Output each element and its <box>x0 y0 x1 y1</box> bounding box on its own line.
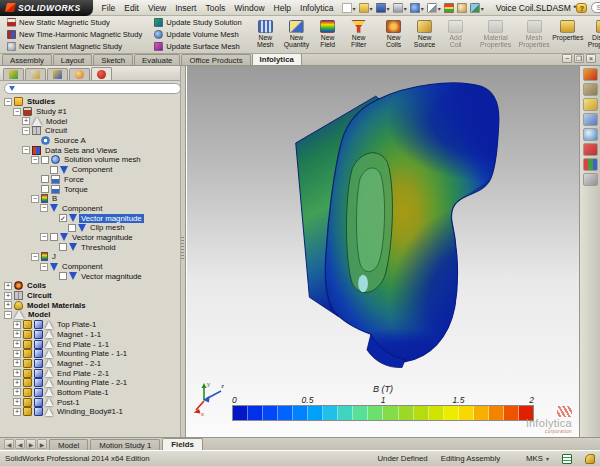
tree-item-coils[interactable]: Coils <box>2 281 179 291</box>
expander-plus-icon[interactable] <box>13 398 21 406</box>
menu-infolytica[interactable]: Infolytica <box>300 3 334 13</box>
toolbar-button-new-source[interactable]: New Source <box>409 17 440 52</box>
manager-tab-configurationmanager[interactable] <box>47 68 68 80</box>
tree-scrollbar[interactable] <box>180 66 185 437</box>
doc-close-button[interactable] <box>586 54 596 63</box>
tree-item-circuit[interactable]: Circuit <box>2 126 179 136</box>
scrollbar-grip[interactable] <box>181 237 184 259</box>
checkbox-checked[interactable] <box>59 214 67 222</box>
decals-icon[interactable] <box>583 143 598 156</box>
model-render[interactable] <box>245 68 567 380</box>
checkbox-unchecked[interactable] <box>50 233 58 241</box>
tree-item-component[interactable]: Component <box>2 204 179 214</box>
expander-minus-icon[interactable] <box>40 263 48 271</box>
help-balloon-icon[interactable] <box>576 3 587 13</box>
tab-sketch[interactable]: Sketch <box>93 54 133 65</box>
expander-plus-icon[interactable] <box>13 359 21 367</box>
doc-minimize-button[interactable] <box>562 54 572 63</box>
tree-item-model[interactable]: Model <box>2 116 179 126</box>
tree-item-component[interactable]: Component <box>2 165 179 175</box>
bottom-tab-model[interactable]: Model <box>49 439 88 450</box>
tab-scroll-last-button[interactable]: ▶ <box>37 439 47 449</box>
tab-infolytica[interactable]: Infolytica <box>252 53 302 65</box>
dropdown-caret-icon[interactable] <box>437 3 441 13</box>
appearances-icon[interactable] <box>583 128 598 141</box>
tab-layout[interactable]: Layout <box>53 54 92 65</box>
tree-item-component[interactable]: Component <box>2 262 179 272</box>
checkbox-unchecked[interactable] <box>68 224 76 232</box>
toolbar-button-new-coils[interactable]: New Coils <box>378 17 409 52</box>
expander-plus-icon[interactable] <box>4 301 12 309</box>
expander-plus-icon[interactable] <box>4 282 12 290</box>
print-button[interactable] <box>393 3 407 13</box>
rebuild-button[interactable] <box>444 3 454 13</box>
document-recovery-icon[interactable] <box>583 173 598 186</box>
tree-item-solution-volume-mesh[interactable]: Solution volume mesh <box>2 155 179 165</box>
file-explorer-icon[interactable] <box>583 98 598 111</box>
expander-minus-icon[interactable] <box>4 311 12 319</box>
expander-plus-icon[interactable] <box>13 388 21 396</box>
tags-icon[interactable] <box>585 454 595 464</box>
tree-item-model[interactable]: Model <box>2 310 179 320</box>
dropdown-caret-icon[interactable] <box>480 3 484 13</box>
tree-item-top-plate-1[interactable]: Top Plate-1 <box>2 320 179 330</box>
tree-item-winding-body-1-1[interactable]: Winding_Body#1-1 <box>2 407 179 417</box>
tree-item-force[interactable]: Force <box>2 175 179 185</box>
checkbox-unchecked[interactable] <box>59 272 67 280</box>
resources-icon[interactable] <box>583 68 598 81</box>
tree-item-mounting-plate-2-1[interactable]: Mounting Plate - 2-1 <box>2 378 179 388</box>
expander-plus-icon[interactable] <box>13 379 21 387</box>
manager-tab-featuremanager[interactable] <box>3 68 24 80</box>
tree-item-threshold[interactable]: Threshold <box>2 242 179 252</box>
undo-button[interactable] <box>410 3 424 13</box>
tree-item-mounting-plate-1-1[interactable]: Mounting Plate - 1-1 <box>2 349 179 359</box>
manager-tab-infolytica-manager[interactable] <box>91 67 112 80</box>
dropdown-caret-icon[interactable] <box>420 3 424 13</box>
expander-minus-icon[interactable] <box>4 98 12 106</box>
toolbar-button-new-time-harmonic-magnetic-study[interactable]: New Time-Harmonic Magnetic Study <box>5 29 144 40</box>
menu-edit[interactable]: Edit <box>124 3 139 13</box>
tree-item-bottom-plate-1[interactable]: Bottom Plate-1 <box>2 388 179 398</box>
toolbar-button-update-surface-mesh[interactable]: Update Surface Mesh <box>152 41 244 52</box>
tree-item-b[interactable]: B <box>2 194 179 204</box>
sensors-icon[interactable] <box>562 454 572 464</box>
menu-tools[interactable]: Tools <box>205 3 225 13</box>
tab-scroll-right-button[interactable]: ▶ <box>26 439 36 449</box>
tab-scroll-left-button[interactable]: ◀ <box>15 439 25 449</box>
view-palette-icon[interactable] <box>583 113 598 126</box>
expander-minus-icon[interactable] <box>31 253 39 261</box>
design-library-icon[interactable] <box>583 83 598 96</box>
tree-item-end-plate-2-1[interactable]: End Plate - 2-1 <box>2 368 179 378</box>
open-button[interactable] <box>359 3 373 13</box>
tab-office-products[interactable]: Office Products <box>181 54 250 65</box>
manager-tab-propertymanager[interactable] <box>25 68 46 80</box>
tree-item-vector-magnitude[interactable]: Vector magnitude <box>2 271 179 281</box>
expander-plus-icon[interactable] <box>13 369 21 377</box>
checkbox-unchecked[interactable] <box>50 166 58 174</box>
tree-item-model-materials[interactable]: Model Materials <box>2 300 179 310</box>
dropdown-caret-icon[interactable] <box>386 3 390 13</box>
tree-item-post-1[interactable]: Post-1 <box>2 397 179 407</box>
menu-insert[interactable]: Insert <box>175 3 196 13</box>
expander-plus-icon[interactable] <box>13 350 21 358</box>
tree-item-j[interactable]: J <box>2 252 179 262</box>
menu-help[interactable]: Help <box>274 3 291 13</box>
tab-scroll-first-button[interactable]: ◀ <box>4 439 14 449</box>
unit-system-selector[interactable]: MKS <box>526 454 549 463</box>
tree-filter-box[interactable] <box>4 83 181 94</box>
expander-plus-icon[interactable] <box>13 408 21 416</box>
tree-item-source-a[interactable]: Source A <box>2 136 179 146</box>
search-input[interactable] <box>596 4 600 11</box>
toolbar-button-display-properties[interactable]: Display Properties <box>583 17 600 52</box>
tree-item-study-1[interactable]: Study #1 <box>2 107 179 117</box>
tree-item-magnet-1-1[interactable]: Magnet - 1-1 <box>2 330 179 340</box>
expander-minus-icon[interactable] <box>40 204 48 212</box>
expander-minus-icon[interactable] <box>31 156 39 164</box>
expander-plus-icon[interactable] <box>13 330 21 338</box>
menu-window[interactable]: Window <box>234 3 264 13</box>
tab-assembly[interactable]: Assembly <box>2 54 52 65</box>
bottom-tab-motion-study-1[interactable]: Motion Study 1 <box>90 439 160 450</box>
expander-minus-icon[interactable] <box>13 108 21 116</box>
custom-properties-icon[interactable] <box>583 158 598 171</box>
toolbar-button-update-volume-mesh[interactable]: Update Volume Mesh <box>152 29 244 40</box>
